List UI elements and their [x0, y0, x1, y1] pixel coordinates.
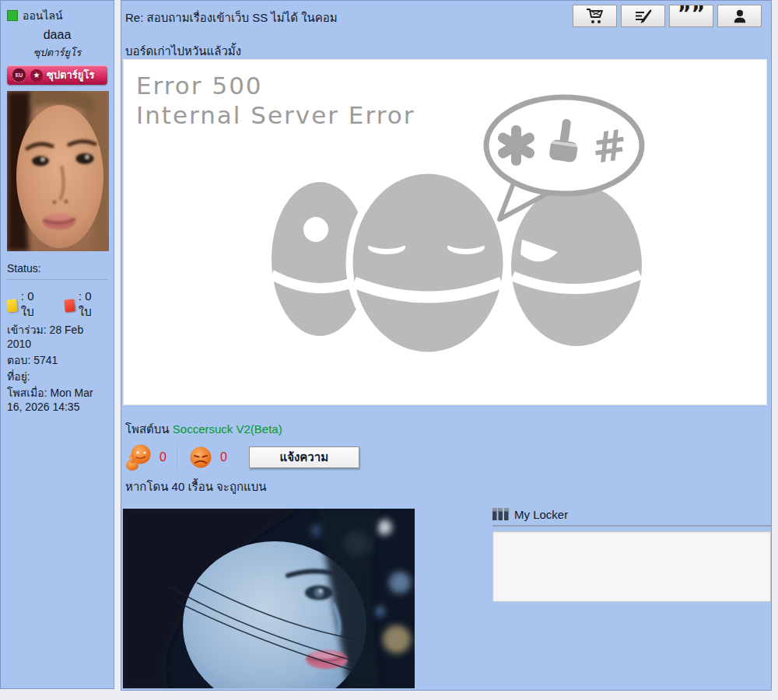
status-label: Status: — [7, 262, 107, 275]
avatar — [7, 91, 109, 251]
red-card-icon — [64, 299, 75, 312]
quote-button[interactable]: ”” — [669, 5, 713, 27]
edit-icon — [634, 8, 653, 25]
edit-post-button[interactable] — [621, 5, 665, 27]
my-locker-box[interactable] — [492, 531, 771, 602]
rank-badge-label: ซุปตาร์ยูโร — [47, 67, 94, 83]
member-profile-button[interactable] — [717, 5, 762, 27]
eu-stars-icon: EU — [12, 68, 26, 82]
reply-count: ตอบ: 5741 — [7, 354, 107, 368]
locker-icon — [492, 507, 509, 521]
post-toolbar: ”” — [573, 5, 762, 27]
username[interactable]: daaa — [7, 28, 107, 42]
finger-emoji-icon[interactable] — [125, 443, 153, 472]
cart-button[interactable] — [573, 5, 617, 27]
ban-note: หากโดน 40 เรื้อน จะถูกแบน — [125, 478, 267, 496]
posted-on-line: โพสต์บน Soccersuck V2(Beta) — [125, 420, 282, 439]
online-status: ออนไลน์ — [7, 7, 107, 24]
user-rank: ซุปตาร์ยูโร — [7, 44, 107, 61]
error-line2: Internal Server Error — [136, 101, 415, 129]
sad-faces-illustration — [272, 170, 642, 355]
quote-icon: ”” — [678, 10, 706, 23]
status-divider — [7, 279, 107, 280]
rank-badge: EU ★ ซุปตาร์ยูโร — [7, 65, 107, 85]
post-body-text: บอร์ดเก่าไปหวันแล้วมั้ง — [125, 42, 241, 61]
my-locker-section: My Locker — [492, 507, 771, 602]
posted-timestamp: โพสเมื่อ: Mon Mar 16, 2026 14:35 — [7, 387, 107, 415]
online-indicator-icon — [7, 10, 18, 21]
post-panel: Re: สอบถามเรื่องเข้าเว็บ SS ไม่ได้ ในคอม… — [121, 0, 772, 691]
yellow-card-count: : 0 ใบ — [21, 289, 50, 321]
red-card-count: : 0 ใบ — [79, 289, 107, 321]
post-title: Re: สอบถามเรื่องเข้าเว็บ SS ไม่ได้ ในคอม — [125, 9, 338, 27]
penalty-cards: : 0 ใบ : 0 ใบ — [7, 289, 107, 321]
member-icon — [731, 8, 748, 25]
location: ที่อยู่: — [7, 370, 107, 384]
angry-emoji-icon[interactable] — [187, 444, 214, 471]
finger-reaction-count: 0 — [159, 450, 166, 464]
user-sidebar: ออนไลน์ daaa ซุปตาร์ยูโร EU ★ ซุปตาร์ยูโ… — [0, 0, 114, 689]
error-line1: Error 500 — [136, 72, 263, 100]
forum-post-page: ออนไลน์ daaa ซุปตาร์ยูโร EU ★ ซุปตาร์ยูโ… — [0, 0, 778, 700]
my-locker-title: My Locker — [514, 508, 568, 521]
error-500-graphic: Error 500 Internal Server Error — [124, 60, 766, 404]
reaction-bar: 0 0 แจ้งความ — [125, 441, 359, 474]
yellow-card-icon — [6, 299, 17, 312]
star-icon: ★ — [30, 69, 43, 82]
posted-on-label: โพสต์บน — [125, 422, 170, 436]
joined-date: เข้าร่วม: 28 Feb 2010 — [7, 324, 107, 352]
online-label: ออนไลน์ — [23, 7, 63, 24]
posted-on-link[interactable]: Soccersuck V2(Beta) — [173, 422, 282, 436]
angry-reaction-count: 0 — [220, 450, 227, 464]
report-button[interactable]: แจ้งความ — [249, 446, 359, 468]
reaction-divider — [177, 443, 177, 471]
my-locker-header: My Locker — [492, 507, 771, 527]
signature-photo — [123, 509, 415, 688]
cart-icon — [585, 7, 605, 26]
error-500-image: Error 500 Internal Server Error — [123, 59, 767, 405]
hash-symbol: # — [589, 120, 631, 173]
